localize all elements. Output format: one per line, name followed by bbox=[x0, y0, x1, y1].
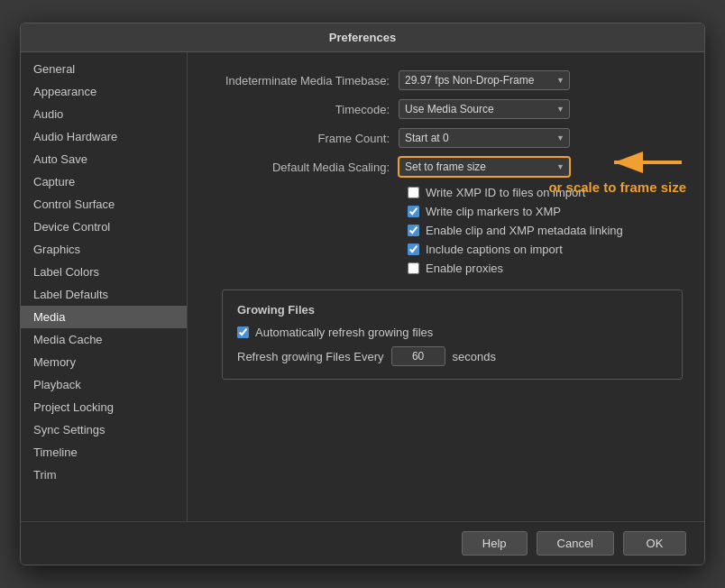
cancel-button[interactable]: Cancel bbox=[537, 531, 614, 556]
clip-markers-label: Write clip markers to XMP bbox=[426, 205, 561, 218]
timecode-row: Timecode: Use Media Source bbox=[209, 99, 683, 119]
checkbox-metadata-linking: Enable clip and XMP metadata linking bbox=[408, 224, 683, 237]
dialog-titlebar: Preferences bbox=[21, 23, 704, 52]
ok-button[interactable]: OK bbox=[623, 531, 686, 556]
sidebar-item-label-defaults[interactable]: Label Defaults bbox=[21, 283, 187, 306]
dialog-title: Preferences bbox=[329, 31, 396, 44]
growing-files-title: Growing Files bbox=[237, 303, 667, 317]
timecode-select[interactable]: Use Media Source bbox=[399, 99, 570, 119]
auto-refresh-checkbox[interactable] bbox=[237, 326, 249, 338]
preferences-dialog: Preferences GeneralAppearanceAudioAudio … bbox=[20, 23, 705, 565]
sidebar-item-media-cache[interactable]: Media Cache bbox=[21, 328, 187, 351]
proxies-label: Enable proxies bbox=[426, 262, 503, 275]
sidebar-item-capture[interactable]: Capture bbox=[21, 170, 187, 193]
sidebar-item-memory[interactable]: Memory bbox=[21, 351, 187, 373]
refresh-interval-input[interactable] bbox=[391, 346, 445, 366]
timebase-select-wrapper: 29.97 fps Non-Drop-Frame bbox=[399, 70, 570, 90]
refresh-interval-row: Refresh growing Files Every seconds bbox=[237, 346, 667, 366]
proxies-checkbox[interactable] bbox=[408, 262, 419, 274]
sidebar-item-device-control[interactable]: Device Control bbox=[21, 216, 187, 238]
sidebar-item-playback[interactable]: Playback bbox=[21, 373, 187, 396]
sidebar: GeneralAppearanceAudioAudio HardwareAuto… bbox=[21, 52, 188, 521]
dialog-body: GeneralAppearanceAudioAudio HardwareAuto… bbox=[21, 52, 704, 521]
scaling-select[interactable]: Set to frame size bbox=[399, 157, 570, 177]
sidebar-item-audio-hardware[interactable]: Audio Hardware bbox=[21, 125, 187, 148]
sidebar-item-trim[interactable]: Trim bbox=[21, 464, 187, 486]
clip-markers-checkbox[interactable] bbox=[408, 206, 419, 217]
sidebar-item-auto-save[interactable]: Auto Save bbox=[21, 148, 187, 170]
seconds-label: seconds bbox=[453, 350, 496, 363]
sidebar-item-control-surface[interactable]: Control Surface bbox=[21, 193, 187, 216]
timecode-select-wrapper: Use Media Source bbox=[399, 99, 570, 119]
sidebar-item-project-locking[interactable]: Project Locking bbox=[21, 396, 187, 418]
sidebar-item-sync-settings[interactable]: Sync Settings bbox=[21, 418, 187, 441]
arrow-icon bbox=[605, 150, 686, 175]
arrow-annotation: or scale to frame size bbox=[548, 150, 686, 197]
metadata-linking-label: Enable clip and XMP metadata linking bbox=[426, 224, 623, 237]
timebase-label: Indeterminate Media Timebase: bbox=[209, 74, 399, 87]
framecount-label: Frame Count: bbox=[209, 132, 399, 145]
annotation-text: or scale to frame size bbox=[548, 179, 686, 197]
timecode-label: Timecode: bbox=[209, 103, 399, 116]
help-button[interactable]: Help bbox=[462, 531, 528, 556]
scaling-label: Default Media Scaling: bbox=[209, 161, 399, 174]
sidebar-item-audio[interactable]: Audio bbox=[21, 103, 187, 125]
timebase-select[interactable]: 29.97 fps Non-Drop-Frame bbox=[399, 70, 570, 90]
checkbox-captions: Include captions on import bbox=[408, 243, 683, 256]
captions-checkbox[interactable] bbox=[408, 243, 419, 255]
checkbox-clip-markers: Write clip markers to XMP bbox=[408, 205, 683, 218]
auto-refresh-label: Automatically refresh growing files bbox=[255, 326, 433, 339]
sidebar-item-label-colors[interactable]: Label Colors bbox=[21, 261, 187, 283]
timebase-row: Indeterminate Media Timebase: 29.97 fps … bbox=[209, 70, 683, 90]
checkbox-proxies: Enable proxies bbox=[408, 262, 683, 275]
captions-label: Include captions on import bbox=[426, 243, 563, 256]
sidebar-item-general[interactable]: General bbox=[21, 58, 187, 80]
sidebar-item-timeline[interactable]: Timeline bbox=[21, 441, 187, 464]
content-area: Indeterminate Media Timebase: 29.97 fps … bbox=[188, 52, 704, 521]
framecount-select[interactable]: Start at 0 bbox=[399, 128, 570, 148]
sidebar-item-graphics[interactable]: Graphics bbox=[21, 238, 187, 261]
framecount-select-wrapper: Start at 0 bbox=[399, 128, 570, 148]
metadata-linking-checkbox[interactable] bbox=[408, 225, 419, 236]
framecount-row: Frame Count: Start at 0 bbox=[209, 128, 683, 148]
auto-refresh-row: Automatically refresh growing files bbox=[237, 326, 667, 339]
growing-files-box: Growing Files Automatically refresh grow… bbox=[222, 289, 683, 380]
dialog-footer: Help Cancel OK bbox=[21, 521, 704, 565]
xmp-id-checkbox[interactable] bbox=[408, 187, 419, 198]
sidebar-item-media[interactable]: Media bbox=[21, 306, 187, 328]
sidebar-item-appearance[interactable]: Appearance bbox=[21, 80, 187, 103]
refresh-interval-label: Refresh growing Files Every bbox=[237, 350, 384, 363]
scaling-select-wrapper: Set to frame size bbox=[399, 157, 570, 177]
